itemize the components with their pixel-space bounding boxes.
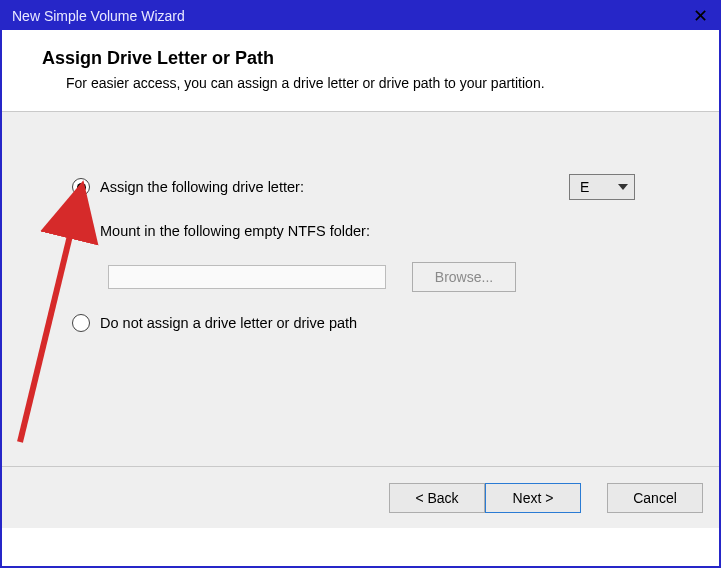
label-mount-folder: Mount in the following empty NTFS folder… xyxy=(100,223,370,239)
browse-button[interactable]: Browse... xyxy=(412,262,516,292)
wizard-header: Assign Drive Letter or Path For easier a… xyxy=(2,30,719,112)
radio-assign-letter[interactable] xyxy=(72,178,90,196)
drive-letter-select[interactable]: E xyxy=(569,174,635,200)
folder-input-row: Browse... xyxy=(72,260,659,294)
label-assign-letter: Assign the following drive letter: xyxy=(100,179,304,195)
option-no-assign-row: Do not assign a drive letter or drive pa… xyxy=(72,308,659,338)
wizard-body: Assign the following drive letter: E Mou… xyxy=(2,112,719,466)
option-mount-folder-row: Mount in the following empty NTFS folder… xyxy=(72,216,659,246)
page-title: Assign Drive Letter or Path xyxy=(42,48,691,69)
radio-mount-folder[interactable] xyxy=(72,222,90,240)
radio-dot-icon xyxy=(77,183,86,192)
cancel-button[interactable]: Cancel xyxy=(607,483,703,513)
titlebar: New Simple Volume Wizard ✕ xyxy=(2,2,719,30)
radio-no-assign[interactable] xyxy=(72,314,90,332)
window-title: New Simple Volume Wizard xyxy=(12,8,689,24)
chevron-down-icon xyxy=(618,184,628,190)
close-icon[interactable]: ✕ xyxy=(689,7,711,25)
wizard-footer: < Back Next > Cancel xyxy=(2,466,719,528)
label-no-assign: Do not assign a drive letter or drive pa… xyxy=(100,315,357,331)
option-assign-letter-row: Assign the following drive letter: E xyxy=(72,172,659,202)
wizard-window: New Simple Volume Wizard ✕ Assign Drive … xyxy=(0,0,721,568)
folder-path-input[interactable] xyxy=(108,265,386,289)
next-button[interactable]: Next > xyxy=(485,483,581,513)
page-description: For easier access, you can assign a driv… xyxy=(42,75,691,91)
drive-letter-value: E xyxy=(580,179,589,195)
back-button[interactable]: < Back xyxy=(389,483,485,513)
